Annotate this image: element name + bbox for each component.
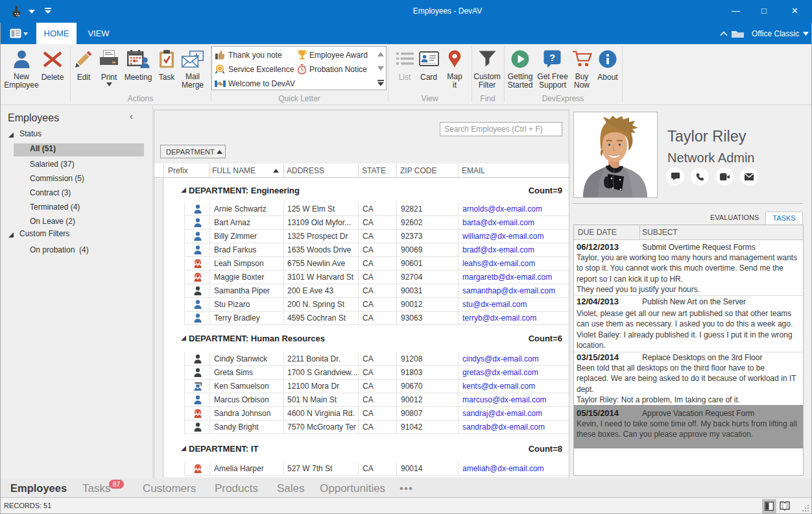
svg-text:?: ? — [549, 52, 555, 63]
